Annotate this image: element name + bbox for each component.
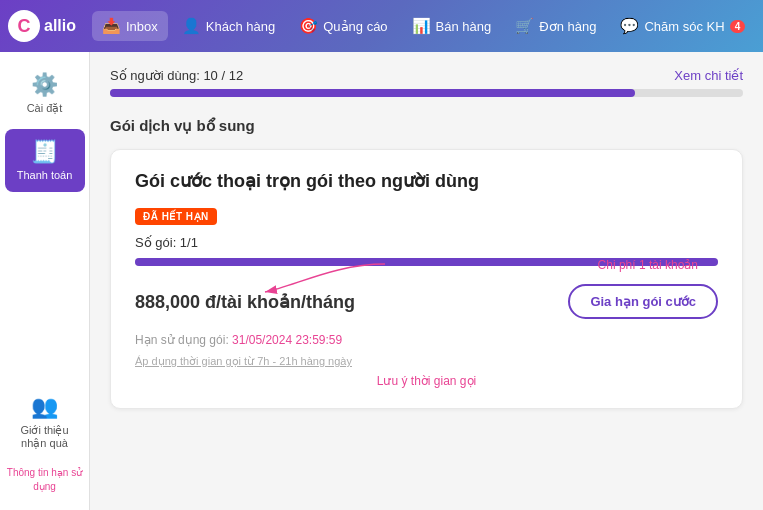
nav-item-tu[interactable]: 🗂️ Tủ <box>759 11 763 41</box>
logo-circle: C <box>8 10 40 42</box>
expiry-label: Hạn sử dụng gói: <box>135 333 229 347</box>
expiry-date: 31/05/2024 23:59:59 <box>232 333 342 347</box>
nav-item-don-hang[interactable]: 🛒 Đơn hàng <box>505 11 606 41</box>
apply-note: Áp dụng thời gian gọi từ 7h - 21h hàng n… <box>135 355 718 368</box>
top-navigation: C allio 📥 Inbox 👤 Khách hàng 🎯 Quảng cáo… <box>0 0 763 52</box>
ban-hang-icon: 📊 <box>412 17 431 35</box>
package-count: Số gói: 1/1 <box>135 235 718 250</box>
logo-letter: C <box>18 16 31 37</box>
nav-label-inbox: Inbox <box>126 19 158 34</box>
sidebar-label-thanh-toan: Thanh toán <box>17 169 73 182</box>
card-title: Gói cước thoại trọn gói theo người dùng <box>135 170 718 192</box>
nav-label-cham-soc: Chăm sóc KH <box>644 19 724 34</box>
expired-badge: ĐÃ HẾT HẠN <box>135 208 217 225</box>
section-title: Gói dịch vụ bổ sung <box>110 117 743 135</box>
nav-item-cham-soc[interactable]: 💬 Chăm sóc KH 4 <box>610 11 755 41</box>
logo-text: allio <box>44 17 76 35</box>
annotation-area: Chi phí 1 tài khoản 888,000 đ/tài khoản/… <box>135 284 718 319</box>
content-area: Số người dùng: 10 / 12 Xem chi tiết Gói … <box>90 52 763 510</box>
don-hang-icon: 🛒 <box>515 17 534 35</box>
quang-cao-icon: 🎯 <box>299 17 318 35</box>
nav-label-khach-hang: Khách hàng <box>206 19 275 34</box>
nav-item-ban-hang[interactable]: 📊 Bán hàng <box>402 11 502 41</box>
arrow-label: Chi phí 1 tài khoản <box>598 258 698 272</box>
view-detail-link[interactable]: Xem chi tiết <box>674 68 743 83</box>
sidebar-item-cai-dat[interactable]: ⚙️ Cài đặt <box>5 62 85 125</box>
arrow-annotation-svg <box>235 256 435 296</box>
nav-label-quang-cao: Quảng cáo <box>323 19 387 34</box>
main-layout: ⚙️ Cài đặt 🧾 Thanh toán 👥 Giới thiệu nhậ… <box>0 52 763 510</box>
inbox-icon: 📥 <box>102 17 121 35</box>
sidebar-label-cai-dat: Cài đặt <box>27 102 63 115</box>
thanh-toan-icon: 🧾 <box>31 139 58 165</box>
sidebar-item-thanh-toan[interactable]: 🧾 Thanh toán <box>5 129 85 192</box>
nav-label-don-hang: Đơn hàng <box>539 19 596 34</box>
nav-label-ban-hang: Bán hàng <box>436 19 492 34</box>
cham-soc-badge: 4 <box>730 20 746 33</box>
sidebar-label-gioi-thieu: Giới thiệu nhận quà <box>11 424 79 450</box>
user-count-row: Số người dùng: 10 / 12 Xem chi tiết <box>110 68 743 83</box>
user-progress-bar-container <box>110 89 743 97</box>
sidebar-item-gioi-thieu[interactable]: 👥 Giới thiệu nhận quà <box>5 384 85 460</box>
nav-item-inbox[interactable]: 📥 Inbox <box>92 11 168 41</box>
nav-item-quang-cao[interactable]: 🎯 Quảng cáo <box>289 11 397 41</box>
bottom-note: Lưu ý thời gian gọi <box>135 374 718 388</box>
nav-item-khach-hang[interactable]: 👤 Khách hàng <box>172 11 285 41</box>
renew-button[interactable]: Gia hạn gói cước <box>568 284 718 319</box>
cham-soc-icon: 💬 <box>620 17 639 35</box>
gioi-thieu-icon: 👥 <box>31 394 58 420</box>
cai-dat-icon: ⚙️ <box>31 72 58 98</box>
expiry-row: Hạn sử dụng gói: 31/05/2024 23:59:59 <box>135 333 718 347</box>
user-progress-bar-fill <box>110 89 635 97</box>
sidebar-bottom: 👥 Giới thiệu nhận quà Thông tin hạn sử d… <box>0 384 89 510</box>
logo: C allio <box>8 10 80 42</box>
service-card: Gói cước thoại trọn gói theo người dùng … <box>110 149 743 409</box>
khach-hang-icon: 👤 <box>182 17 201 35</box>
sidebar-bottom-note: Thông tin hạn sử dụng <box>0 460 89 500</box>
user-count-text: Số người dùng: 10 / 12 <box>110 68 243 83</box>
sidebar: ⚙️ Cài đặt 🧾 Thanh toán 👥 Giới thiệu nhậ… <box>0 52 90 510</box>
